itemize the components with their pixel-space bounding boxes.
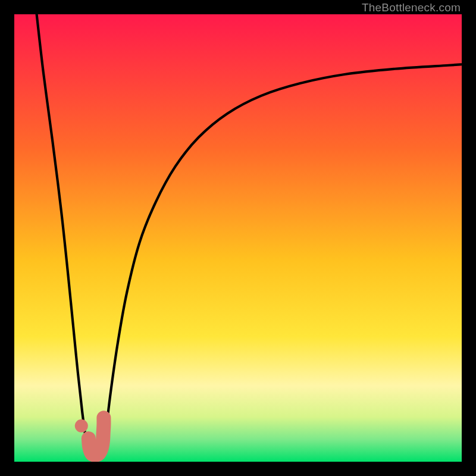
pink-marker-dot (75, 419, 88, 433)
chart-plot-area (14, 14, 462, 462)
chart-svg (14, 14, 462, 462)
chart-frame: TheBottleneck.com (0, 0, 476, 476)
watermark-text: TheBottleneck.com (362, 1, 461, 14)
